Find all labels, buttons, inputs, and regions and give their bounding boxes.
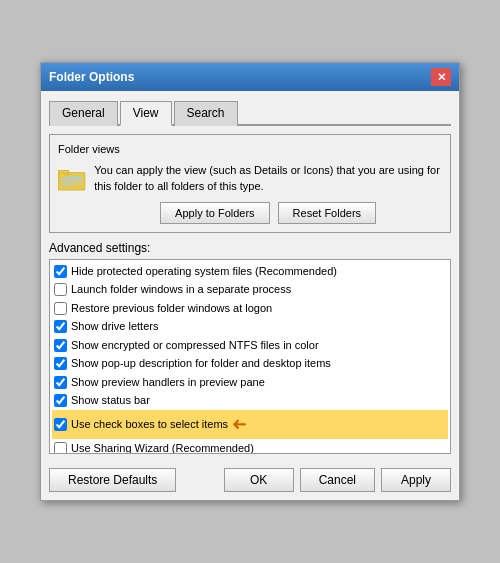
settings-list: Hide protected operating system files (R… [52, 262, 448, 454]
dialog-footer: Restore Defaults OK Cancel Apply [41, 462, 459, 500]
close-button[interactable]: ✕ [431, 68, 451, 86]
list-item: Show status bar [52, 391, 448, 410]
list-item: Show pop-up description for folder and d… [52, 354, 448, 373]
apply-to-folders-button[interactable]: Apply to Folders [160, 202, 269, 224]
folder-views-description: You can apply the view (such as Details … [94, 163, 442, 194]
checkbox-show-drive-letters[interactable] [54, 320, 67, 333]
advanced-settings-section: Advanced settings: Hide protected operat… [49, 241, 451, 454]
dialog-title: Folder Options [49, 70, 134, 84]
checkbox-hide-system-files[interactable] [54, 265, 67, 278]
folder-views-label: Folder views [58, 143, 442, 155]
checkbox-use-sharing-wizard[interactable] [54, 442, 67, 454]
title-bar: Folder Options ✕ [41, 63, 459, 91]
svg-rect-7 [59, 173, 62, 175]
folder-icon [58, 161, 86, 199]
restore-defaults-button[interactable]: Restore Defaults [49, 468, 176, 492]
folder-options-dialog: Folder Options ✕ General View Search Fol… [40, 62, 460, 501]
checkbox-show-preview-handlers[interactable] [54, 376, 67, 389]
tab-general[interactable]: General [49, 101, 118, 126]
tab-view[interactable]: View [120, 101, 172, 126]
tab-search[interactable]: Search [174, 101, 238, 126]
checkbox-show-popup-description[interactable] [54, 357, 67, 370]
list-item: Launch folder windows in a separate proc… [52, 280, 448, 299]
list-item: Show drive letters [52, 317, 448, 336]
list-item: Show encrypted or compressed NTFS files … [52, 336, 448, 355]
folder-views-buttons: Apply to Folders Reset Folders [94, 202, 442, 224]
checkbox-show-status-bar[interactable] [54, 394, 67, 407]
apply-button[interactable]: Apply [381, 468, 451, 492]
reset-folders-button[interactable]: Reset Folders [278, 202, 376, 224]
ok-button[interactable]: OK [224, 468, 294, 492]
advanced-settings-label: Advanced settings: [49, 241, 451, 255]
arrow-annotation: ➜ [232, 411, 247, 438]
footer-right-buttons: OK Cancel Apply [224, 468, 451, 492]
settings-list-container[interactable]: Hide protected operating system files (R… [49, 259, 451, 454]
folder-views-content: You can apply the view (such as Details … [58, 161, 442, 224]
list-item: Show preview handlers in preview pane [52, 373, 448, 392]
folder-views-right: You can apply the view (such as Details … [94, 161, 442, 224]
svg-rect-5 [61, 184, 74, 185]
checkbox-restore-previous-folder[interactable] [54, 302, 67, 315]
checkbox-use-check-boxes[interactable] [54, 418, 67, 431]
list-item: Use Sharing Wizard (Recommended) [52, 439, 448, 454]
cancel-button[interactable]: Cancel [300, 468, 375, 492]
list-item-checkboxes: Use check boxes to select items ➜ [52, 410, 448, 439]
list-item: Hide protected operating system files (R… [52, 262, 448, 281]
svg-rect-3 [61, 179, 82, 180]
folder-views-section: Folder views Yo [49, 134, 451, 233]
svg-rect-4 [61, 181, 82, 182]
checkbox-launch-folder-windows[interactable] [54, 283, 67, 296]
list-item: Restore previous folder windows at logon [52, 299, 448, 318]
checkbox-show-encrypted-files[interactable] [54, 339, 67, 352]
dialog-body: General View Search Folder views [41, 91, 459, 462]
tab-bar: General View Search [49, 99, 451, 126]
